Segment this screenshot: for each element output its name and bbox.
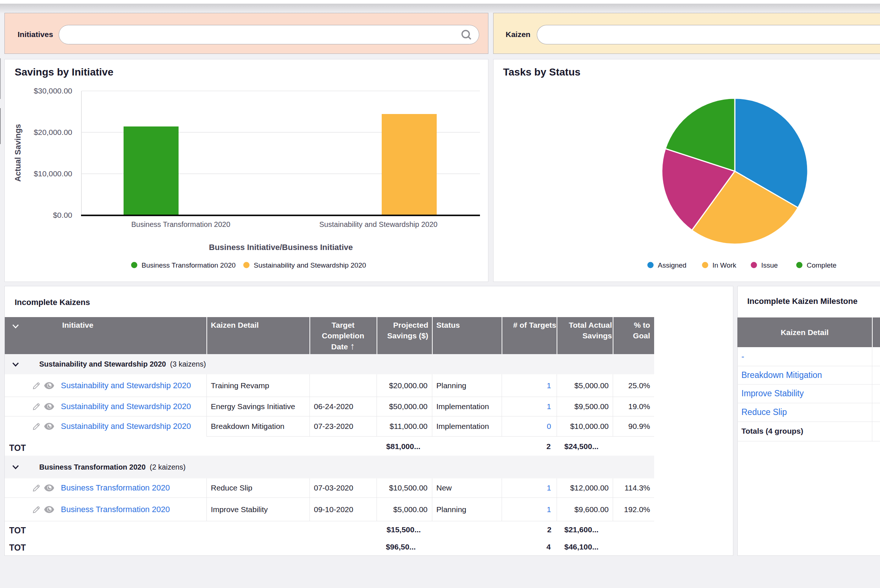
svg-text:$30,000.00: $30,000.00 bbox=[34, 87, 72, 95]
svg-text:$20,000.00: $20,000.00 bbox=[34, 128, 72, 136]
svg-text:In Work: In Work bbox=[712, 261, 737, 269]
svg-text:Complete: Complete bbox=[806, 261, 836, 269]
svg-text:Business Transformation 2020: Business Transformation 2020 bbox=[141, 261, 236, 269]
svg-text:Assigned: Assigned bbox=[658, 261, 686, 269]
svg-text:Business Transformation 2020: Business Transformation 2020 bbox=[131, 220, 230, 228]
svg-text:Sustainability and Stewardship: Sustainability and Stewardship 2020 bbox=[254, 261, 366, 269]
svg-text:Actual Savings: Actual Savings bbox=[13, 124, 23, 182]
svg-text:$10,000.00: $10,000.00 bbox=[34, 170, 72, 178]
svg-text:Business Initiative/Business I: Business Initiative/Business Initiative bbox=[209, 243, 353, 252]
svg-text:$0.00: $0.00 bbox=[53, 211, 72, 219]
svg-text:Sustainability and Stewardship: Sustainability and Stewardship 2020 bbox=[319, 220, 437, 228]
svg-text:Issue: Issue bbox=[761, 261, 778, 269]
